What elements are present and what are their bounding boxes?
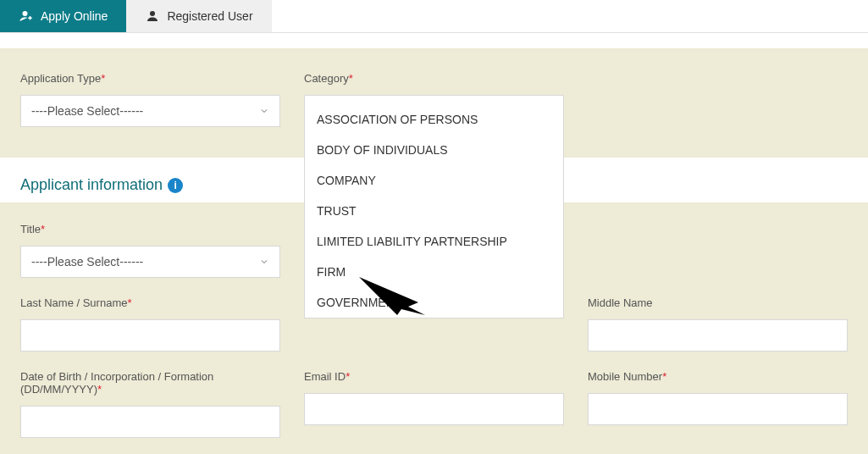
- select-value: ----Please Select------: [31, 104, 143, 118]
- svg-point-1: [150, 11, 155, 16]
- chevron-down-icon: [259, 257, 269, 267]
- last-name-label: Last Name / Surname*: [20, 296, 280, 309]
- category-option[interactable]: LIMITED LIABILITY PARTNERSHIP: [305, 226, 563, 257]
- email-label: Email ID*: [304, 370, 564, 383]
- dob-label: Date of Birth / Incorporation / Formatio…: [20, 370, 280, 396]
- tab-registered-user[interactable]: Registered User: [126, 0, 271, 32]
- dob-input[interactable]: [20, 406, 280, 438]
- category-dropdown: ASSOCIATION OF PERSONS BODY OF INDIVIDUA…: [304, 104, 564, 318]
- category-option[interactable]: FIRM: [305, 257, 563, 287]
- tab-bar: Apply Online Registered User: [0, 0, 868, 33]
- title-label: Title*: [20, 223, 280, 235]
- info-icon[interactable]: i: [168, 178, 183, 193]
- person-icon: [145, 8, 160, 24]
- category-label: Category*: [304, 72, 564, 85]
- application-type-section: Application Type* ----Please Select-----…: [0, 48, 868, 158]
- middle-name-label: Middle Name: [588, 296, 848, 309]
- application-type-label: Application Type*: [20, 72, 280, 85]
- email-input[interactable]: [304, 393, 564, 425]
- select-value: ----Please Select------: [31, 255, 143, 269]
- title-select[interactable]: ----Please Select------: [20, 246, 280, 278]
- person-plus-icon: [19, 8, 34, 24]
- application-type-select[interactable]: ----Please Select------: [20, 95, 280, 127]
- mobile-label: Mobile Number*: [588, 370, 848, 383]
- tab-label: Apply Online: [41, 9, 108, 23]
- last-name-input[interactable]: [20, 319, 280, 352]
- category-option[interactable]: COMPANY: [305, 165, 563, 196]
- chevron-down-icon: [259, 106, 269, 116]
- category-option[interactable]: ASSOCIATION OF PERSONS: [305, 104, 563, 135]
- middle-name-input[interactable]: [588, 319, 848, 352]
- tab-apply-online[interactable]: Apply Online: [0, 0, 126, 32]
- category-option[interactable]: GOVERNMENT: [305, 287, 563, 318]
- mobile-input[interactable]: [588, 393, 848, 425]
- category-option[interactable]: BODY OF INDIVIDUALS: [305, 135, 563, 165]
- svg-point-0: [23, 11, 28, 16]
- category-option[interactable]: TRUST: [305, 196, 563, 226]
- tab-label: Registered User: [167, 9, 252, 23]
